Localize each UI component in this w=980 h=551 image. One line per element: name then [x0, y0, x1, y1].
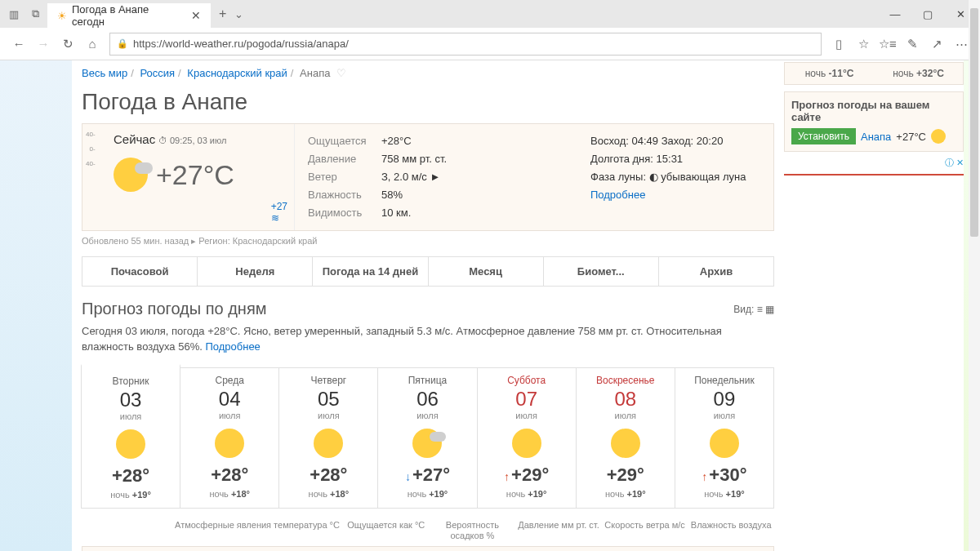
days-row: Вторник03июля+28°ночь +19°Среда04июля+28… — [82, 367, 774, 509]
browser-tab[interactable]: ☀ Погода в Анапе сегодн ✕ — [47, 3, 211, 28]
summary-more-link[interactable]: Подробнее — [205, 340, 260, 353]
pressure-value: 758 мм рт. ст. — [381, 150, 447, 168]
weather-now-icon — [114, 158, 148, 192]
day-date: 05 — [281, 388, 376, 411]
sunrise-sunset: Восход: 04:49 Заход: 20:20 — [590, 132, 760, 150]
maximize-button[interactable]: ▢ — [911, 2, 944, 26]
day-card[interactable]: Понедельник09июля↑+30°ночь +19° — [675, 367, 774, 509]
crumb-russia[interactable]: Россия — [140, 67, 175, 79]
url-text: https://world-weather.ru/pogoda/russia/a… — [133, 38, 349, 50]
close-tab-icon[interactable]: ✕ — [191, 9, 201, 22]
day-card[interactable]: Пятница06июля↓+27°ночь +19° — [377, 367, 477, 509]
day-weather-icon — [314, 429, 343, 458]
day-card[interactable]: Среда04июля+28°ночь +18° — [180, 367, 279, 509]
ad-divider — [784, 174, 964, 176]
notes-icon[interactable]: ✎ — [900, 32, 924, 56]
min-temp: -11°C — [829, 68, 854, 79]
day-name: Вторник — [83, 375, 178, 387]
lock-icon: 🔒 — [117, 38, 128, 49]
thermometer-scale: 40-0-40- — [86, 131, 96, 167]
day-temp: +29° — [578, 464, 673, 486]
star-icon[interactable]: ☆ — [851, 32, 875, 56]
day-night-temp: ночь +19° — [380, 489, 474, 499]
day-month: июля — [578, 411, 673, 420]
daylength: Долгота дня: 15:31 — [590, 150, 760, 168]
heart-icon[interactable]: ♡ — [336, 67, 346, 79]
sun-icon — [931, 129, 946, 144]
day-temp: ↑+29° — [479, 464, 574, 486]
tab-archive[interactable]: Архив — [659, 257, 773, 286]
view-toggle[interactable]: Вид: ≡ ▦ — [733, 304, 774, 315]
widget-heading: Прогноз погоды на вашем сайте — [791, 99, 956, 123]
toolbar: ← → ↻ ⌂ 🔒 https://world-weather.ru/pogod… — [0, 28, 980, 60]
pressure-label: Давление — [308, 150, 381, 168]
tab-hourly[interactable]: Почасовой — [82, 257, 198, 286]
day-temp: ↑+30° — [677, 464, 772, 486]
favorites-icon[interactable]: ☆≡ — [875, 32, 900, 56]
wind-label: Ветер — [308, 168, 381, 186]
scrollbar-thumb[interactable] — [970, 8, 978, 237]
day-weather-icon — [116, 429, 145, 459]
crumb-world[interactable]: Весь мир — [82, 67, 127, 79]
humidity-label: Влажность — [308, 186, 381, 204]
day-night-temp: ночь +18° — [281, 489, 376, 499]
forecast-tabs: Почасовой Неделя Погода на 14 дней Месяц… — [82, 256, 774, 287]
night-row: Ночь +19° +19° 2% 759 ▲ 2.6 92% — [82, 546, 774, 551]
day-temp: +28° — [83, 465, 178, 487]
back-button[interactable]: ← — [7, 32, 31, 56]
day-card[interactable]: Воскресенье08июля+29°ночь +19° — [576, 367, 675, 509]
now-label: Сейчас — [114, 132, 155, 146]
day-name: Среда — [182, 375, 277, 386]
day-date: 09 — [677, 388, 772, 411]
detail-table-header: Атмосферные явления температура °C Ощуща… — [82, 520, 774, 541]
day-card[interactable]: Суббота07июля↑+29°ночь +19° — [477, 367, 577, 509]
day-card[interactable]: Четверг05июля+28°ночь +18° — [278, 367, 378, 509]
day-night-temp: ночь +18° — [182, 489, 277, 499]
max-temp: +32°C — [916, 68, 944, 79]
url-input[interactable]: 🔒 https://world-weather.ru/pogoda/russia… — [109, 33, 822, 56]
day-month: июля — [83, 411, 178, 421]
install-button[interactable]: Установить — [791, 128, 856, 144]
tab-month[interactable]: Месяц — [429, 257, 544, 286]
day-night-temp: ночь +19° — [83, 490, 178, 500]
feels-label: Ощущается — [308, 132, 381, 150]
tab-title: Погода в Анапе сегодн — [72, 3, 183, 28]
tab-14days[interactable]: Погода на 14 дней — [313, 257, 428, 286]
day-card[interactable]: Вторник03июля+28°ночь +19° — [81, 364, 180, 509]
day-temp: +28° — [182, 464, 277, 486]
minimize-button[interactable]: — — [879, 2, 911, 26]
widget-city[interactable]: Анапа — [861, 131, 891, 143]
tab-week[interactable]: Неделя — [198, 257, 313, 286]
day-name: Суббота — [479, 375, 574, 386]
day-name: Пятница — [380, 375, 474, 386]
page-title: Погода в Анапе — [82, 86, 774, 123]
page-bg-left — [0, 60, 72, 551]
titlebar: ▥ ⧉ ☀ Погода в Анапе сегодн ✕ + ⌄ — ▢ ✕ — [0, 0, 980, 28]
forward-button[interactable]: → — [31, 32, 56, 56]
tab-biomet[interactable]: Биомет... — [544, 257, 659, 286]
widget-box: Прогноз погоды на вашем сайте Установить… — [784, 91, 964, 152]
home-button[interactable]: ⌂ — [80, 32, 105, 56]
new-tab-button[interactable]: + — [219, 7, 226, 21]
refresh-button[interactable]: ↻ — [56, 32, 80, 56]
visibility-label: Видимость — [308, 204, 381, 222]
day-month: июля — [281, 411, 376, 420]
now-temperature: +27°C — [156, 159, 234, 191]
wind-value: З, 2.0 м/с ► — [381, 168, 440, 186]
day-weather-icon — [215, 429, 244, 458]
astro-more-link[interactable]: Подробнее — [590, 186, 760, 204]
reading-view-icon[interactable]: ▯ — [826, 32, 851, 56]
crumb-region[interactable]: Краснодарский край — [187, 67, 287, 79]
day-night-temp: ночь +19° — [479, 489, 574, 499]
tab-actions-icon[interactable]: ⧉ — [26, 5, 44, 23]
day-night-temp: ночь +19° — [677, 489, 772, 499]
ad-close[interactable]: ⓘ ✕ — [784, 152, 964, 174]
day-name: Понедельник — [677, 375, 772, 386]
scrollbar[interactable] — [969, 0, 980, 551]
sea-temp-link[interactable]: +27≋ — [271, 201, 287, 224]
tab-chevron-icon[interactable]: ⌄ — [234, 8, 243, 20]
share-icon[interactable]: ↗ — [924, 32, 949, 56]
day-weather-icon — [512, 429, 541, 458]
now-time: ⏱ 09:25, 03 июл — [158, 136, 227, 145]
sidebar-toggle-icon[interactable]: ▥ — [5, 5, 23, 23]
